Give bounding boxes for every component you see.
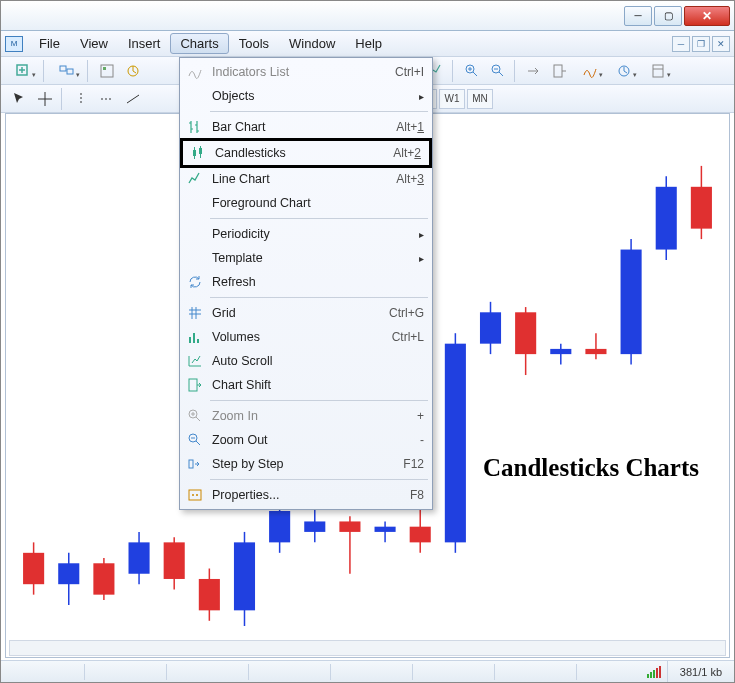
- zoom-in-button[interactable]: [460, 60, 484, 82]
- volumes-icon: [184, 328, 206, 346]
- dd-item-zoom-in: Zoom In+: [180, 404, 432, 428]
- app-icon: M: [5, 36, 23, 52]
- svg-rect-42: [269, 511, 290, 542]
- menu-charts[interactable]: Charts: [170, 33, 228, 54]
- dd-label: Volumes: [212, 330, 392, 344]
- svg-rect-32: [93, 563, 114, 594]
- svg-rect-68: [650, 672, 652, 678]
- refresh-icon: [184, 273, 206, 291]
- dd-item-periodicity[interactable]: Periodicity▸: [180, 222, 432, 246]
- svg-rect-44: [304, 521, 325, 531]
- indicators-button[interactable]: [574, 60, 606, 82]
- svg-rect-28: [23, 553, 44, 584]
- dd-item-volumes[interactable]: VolumesCtrl+L: [180, 325, 432, 349]
- svg-rect-60: [585, 349, 606, 354]
- dd-item-foreground-chart[interactable]: Foreground Chart: [180, 191, 432, 215]
- dd-shortcut: F8: [410, 488, 424, 502]
- horizontal-line-button[interactable]: [95, 88, 119, 110]
- menubar: M File View Insert Charts Tools Window H…: [1, 31, 734, 57]
- svg-rect-66: [691, 187, 712, 229]
- svg-rect-40: [234, 542, 255, 610]
- timeframe-mn[interactable]: MN: [467, 89, 493, 109]
- blank-icon: [184, 194, 206, 212]
- timeframe-w1[interactable]: W1: [439, 89, 465, 109]
- dd-item-indicators-list: Indicators ListCtrl+I: [180, 60, 432, 84]
- trendline-button[interactable]: [121, 88, 145, 110]
- dd-shortcut: -: [420, 433, 424, 447]
- minimize-button[interactable]: ─: [624, 6, 652, 26]
- dd-shortcut: F12: [403, 457, 424, 471]
- dd-label: Foreground Chart: [212, 196, 424, 210]
- mdi-close-button[interactable]: ✕: [712, 36, 730, 52]
- dd-label: Step by Step: [212, 457, 403, 471]
- menu-insert[interactable]: Insert: [118, 33, 171, 54]
- vertical-line-button[interactable]: [69, 88, 93, 110]
- dd-label: Zoom Out: [212, 433, 420, 447]
- dd-label: Auto Scroll: [212, 354, 424, 368]
- dd-shortcut: Alt+1: [396, 120, 424, 134]
- dd-item-chart-shift[interactable]: Chart Shift: [180, 373, 432, 397]
- dd-item-properties-[interactable]: Properties...F8: [180, 483, 432, 507]
- props-icon: [184, 486, 206, 504]
- dd-item-objects[interactable]: Objects▸: [180, 84, 432, 108]
- periodicity-button[interactable]: [608, 60, 640, 82]
- zoomout-icon: [184, 431, 206, 449]
- svg-rect-19: [197, 339, 199, 343]
- market-watch-button[interactable]: [95, 60, 119, 82]
- autoscroll-toggle[interactable]: [522, 60, 546, 82]
- traffic-label: 381/1 kb: [667, 661, 734, 682]
- dd-label: Zoom In: [212, 409, 417, 423]
- dd-item-line-chart[interactable]: Line ChartAlt+3: [180, 167, 432, 191]
- svg-rect-4: [103, 67, 106, 70]
- svg-rect-16: [199, 148, 202, 154]
- dd-shortcut: Alt+2: [393, 146, 421, 160]
- grid-icon: [184, 304, 206, 322]
- menu-help[interactable]: Help: [345, 33, 392, 54]
- navigator-button[interactable]: [121, 60, 145, 82]
- dd-label: Properties...: [212, 488, 410, 502]
- dd-item-candlesticks[interactable]: CandlesticksAlt+2: [183, 141, 429, 165]
- bar-icon: [184, 118, 206, 136]
- dd-label: Grid: [212, 306, 389, 320]
- profiles-button[interactable]: [51, 60, 83, 82]
- dd-item-bar-chart[interactable]: Bar ChartAlt+1: [180, 115, 432, 139]
- dd-item-step-by-step[interactable]: Step by StepF12: [180, 452, 432, 476]
- menu-window[interactable]: Window: [279, 33, 345, 54]
- autoscroll-icon: [184, 352, 206, 370]
- svg-rect-20: [189, 379, 197, 391]
- new-chart-button[interactable]: [7, 60, 39, 82]
- mdi-restore-button[interactable]: ❐: [692, 36, 710, 52]
- charts-dropdown: Indicators ListCtrl+IObjects▸Bar ChartAl…: [179, 57, 433, 510]
- dd-shortcut: Ctrl+I: [395, 65, 424, 79]
- chart-shift-toggle[interactable]: [548, 60, 572, 82]
- zoom-out-button[interactable]: [486, 60, 510, 82]
- dd-label: Bar Chart: [212, 120, 396, 134]
- dd-item-template[interactable]: Template▸: [180, 246, 432, 270]
- svg-rect-24: [189, 490, 201, 500]
- svg-rect-46: [339, 521, 360, 531]
- menu-view[interactable]: View: [70, 33, 118, 54]
- dd-shortcut: +: [417, 409, 424, 423]
- menu-file[interactable]: File: [29, 33, 70, 54]
- dd-item-grid[interactable]: GridCtrl+G: [180, 301, 432, 325]
- svg-rect-23: [189, 460, 193, 468]
- close-button[interactable]: ✕: [684, 6, 730, 26]
- maximize-button[interactable]: ▢: [654, 6, 682, 26]
- dd-item-zoom-out[interactable]: Zoom Out-: [180, 428, 432, 452]
- crosshair-button[interactable]: [33, 88, 57, 110]
- dd-item-auto-scroll[interactable]: Auto Scroll: [180, 349, 432, 373]
- svg-rect-69: [653, 670, 655, 678]
- chart-scrollbar[interactable]: [9, 640, 726, 656]
- svg-rect-17: [189, 337, 191, 343]
- candle-icon: [187, 144, 209, 162]
- template-button[interactable]: [642, 60, 674, 82]
- svg-rect-62: [621, 250, 642, 355]
- svg-rect-56: [515, 312, 536, 354]
- svg-rect-54: [480, 312, 501, 343]
- dd-label: Periodicity: [212, 227, 419, 241]
- mdi-minimize-button[interactable]: ─: [672, 36, 690, 52]
- dd-item-refresh[interactable]: Refresh: [180, 270, 432, 294]
- dd-label: Template: [212, 251, 419, 265]
- menu-tools[interactable]: Tools: [229, 33, 279, 54]
- cursor-button[interactable]: [7, 88, 31, 110]
